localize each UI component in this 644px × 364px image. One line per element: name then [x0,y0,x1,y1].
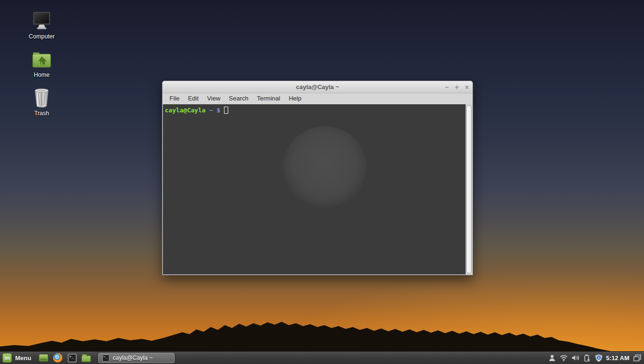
window-title: cayla@Cayla ~ [162,81,473,93]
quick-launchers: >_ [36,353,94,363]
desktop-icon-label: Computer [19,33,64,40]
desktop-icon-trash[interactable]: Trash [19,86,64,117]
close-button[interactable]: × [465,81,469,93]
terminal-icon: >_ [68,354,77,363]
desktop-icon-computer[interactable]: Computer [19,9,64,40]
battery-power-icon[interactable] [583,354,591,362]
minimize-button[interactable]: − [445,81,448,93]
menu-help[interactable]: Help [285,93,306,104]
shell-prompt: cayla@Cayla ~ $ [165,107,465,114]
user-account-icon[interactable] [548,354,556,362]
moon-watermark [283,126,367,209]
mint-logo-icon: lm [2,353,12,363]
firefox-icon [53,353,63,363]
terminal-area: cayla@Cayla ~ $ [163,104,472,274]
taskbar-panel: lm Menu >_ >_ cayla@Cayla ~ [0,351,644,364]
terminal-window: cayla@Cayla ~ − + × File Edit View Searc… [162,81,473,275]
system-tray [548,354,606,362]
menu-file[interactable]: File [165,93,184,104]
maximize-button[interactable]: + [455,81,459,93]
file-manager-launcher[interactable] [81,353,91,363]
menu-search[interactable]: Search [224,93,252,104]
computer-icon [30,9,53,32]
mint-menu-button[interactable]: lm Menu [0,352,36,364]
prompt-cwd: ~ [209,107,213,114]
terminal-launcher[interactable]: >_ [67,353,77,363]
taskbar-window-label: cayla@Cayla ~ [113,355,153,361]
windows-switcher-icon [633,355,642,362]
taskbar-window-button[interactable]: >_ cayla@Cayla ~ [98,353,175,363]
terminal-menubar: File Edit View Search Terminal Help [162,93,473,104]
show-desktop-button[interactable] [39,353,49,363]
desktop-icon-home[interactable]: Home [19,48,64,78]
terminal-cursor [224,107,228,114]
desktop-icon-label: Home [19,72,64,78]
trash-icon [30,86,53,109]
taskbar-clock[interactable]: 5:12 AM [606,355,633,362]
terminal-icon: >_ [102,355,109,362]
firefox-launcher[interactable] [53,353,63,363]
window-titlebar[interactable]: cayla@Cayla ~ − + × [162,81,473,93]
desktop-icon-label: Trash [19,110,64,117]
wifi-network-icon[interactable] [560,354,568,362]
menu-view[interactable]: View [203,93,224,104]
show-desktop-icon [39,354,48,362]
prompt-symbol: $ [217,107,221,114]
prompt-user-host: cayla@Cayla [165,107,206,114]
window-switcher[interactable] [633,355,644,362]
terminal-content[interactable]: cayla@Cayla ~ $ [163,104,465,274]
scrollbar-thumb[interactable] [466,105,472,273]
menu-edit[interactable]: Edit [184,93,203,104]
update-shield-icon[interactable] [595,354,603,362]
menu-button-label: Menu [15,355,31,362]
menu-terminal[interactable]: Terminal [253,93,285,104]
volume-icon[interactable] [572,354,580,362]
folder-icon [81,355,91,362]
window-controls: − + × [445,81,469,93]
terminal-scrollbar[interactable] [465,104,472,274]
home-folder-icon [30,48,53,71]
